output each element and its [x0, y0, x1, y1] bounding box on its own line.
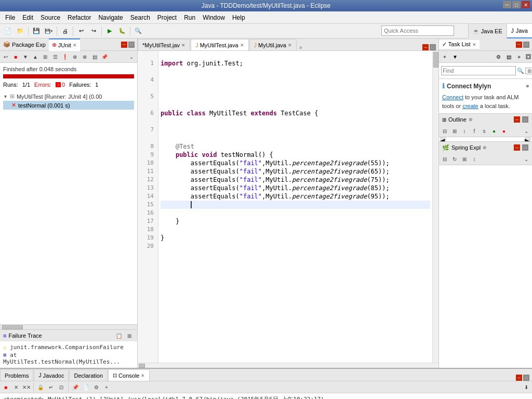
- editor-panel-close[interactable]: ─: [422, 44, 429, 50]
- undo-button[interactable]: ↩: [75, 25, 87, 37]
- task-settings[interactable]: ⚙: [494, 52, 503, 61]
- stop-button[interactable]: ■: [11, 52, 20, 61]
- outline-collapse-all[interactable]: ⊟: [440, 126, 449, 136]
- menu-window[interactable]: Window: [200, 13, 228, 22]
- editor-scroll-thumb-h[interactable]: [139, 364, 145, 368]
- print-button[interactable]: 🖨: [59, 25, 71, 37]
- junit-collapse[interactable]: ⌄: [127, 52, 136, 61]
- mylyn-connect-link[interactable]: Connect: [442, 94, 463, 100]
- task-find-icon[interactable]: 🔍: [516, 68, 525, 74]
- tab-javadoc[interactable]: J Javadoc: [34, 369, 69, 381]
- console-new[interactable]: +: [102, 382, 111, 392]
- junit-layout[interactable]: ▤: [90, 52, 99, 61]
- task-minimize-icon[interactable]: ▼: [526, 54, 531, 59]
- outline-scroll-right[interactable]: ▶: [525, 137, 531, 141]
- menu-run[interactable]: Run: [181, 13, 198, 22]
- task-find-input[interactable]: [441, 66, 516, 75]
- editor-scrollbar-v[interactable]: [432, 51, 438, 363]
- open-button[interactable]: 📁: [15, 25, 26, 37]
- redo-button[interactable]: ↪: [88, 25, 99, 37]
- search-button[interactable]: 🔍: [132, 25, 144, 37]
- junit-settings[interactable]: ⊗: [80, 52, 89, 61]
- left-panel-max[interactable]: □: [128, 42, 135, 48]
- active-tab-close[interactable]: ✕: [240, 43, 244, 48]
- scroll-thumb-left[interactable]: [2, 325, 23, 329]
- task-new[interactable]: +: [440, 52, 449, 61]
- save-all-button[interactable]: 💾+: [43, 25, 55, 37]
- console-pin[interactable]: 📌: [71, 382, 80, 392]
- spring-filter[interactable]: ⊞: [460, 154, 469, 164]
- spring-collapse[interactable]: ⊟: [440, 154, 449, 164]
- spring-max[interactable]: □: [522, 144, 528, 151]
- history-button[interactable]: ☰: [50, 52, 60, 61]
- test-case-row[interactable]: ✕ testNormal (0.001 s): [3, 101, 134, 110]
- console-word-wrap[interactable]: ↵: [46, 382, 56, 392]
- left-scrollbar-h[interactable]: [0, 324, 137, 329]
- console-show-console[interactable]: ⊡: [57, 382, 66, 392]
- new-button[interactable]: 📄: [2, 25, 14, 37]
- tab-myutiltest-active[interactable]: J MyUtilTest.java ✕: [191, 39, 248, 50]
- outline-filter-static[interactable]: s: [480, 126, 489, 136]
- maximize-button[interactable]: □: [512, 1, 521, 8]
- tab-overflow[interactable]: »: [297, 45, 304, 50]
- outline-max[interactable]: □: [522, 116, 528, 123]
- menu-navigate[interactable]: Navigate: [95, 13, 126, 22]
- test-suite-row[interactable]: ▼ ⊞ MyUtilTest [Runner: JUnit 4] (0.00: [3, 92, 134, 101]
- task-filter-all[interactable]: ⊞: [525, 68, 532, 74]
- task-dropdown[interactable]: ▼: [450, 52, 460, 61]
- prev-fail-button[interactable]: ▲: [31, 52, 40, 61]
- editor-scroll-thumb-v[interactable]: [433, 52, 438, 68]
- tab-problems[interactable]: Problems: [0, 369, 33, 381]
- save-button[interactable]: 💾: [31, 25, 42, 37]
- modified-tab-close[interactable]: ✕: [181, 43, 185, 48]
- menu-file[interactable]: File: [2, 13, 18, 22]
- failure-copy[interactable]: 📋: [114, 331, 124, 340]
- show-only-failures[interactable]: ❗: [60, 52, 70, 61]
- code-editor[interactable]: import org.junit.Test; public class MyUt…: [158, 51, 432, 363]
- junit-tab-close[interactable]: ✕: [73, 43, 77, 48]
- failure-filter[interactable]: ⊞: [125, 331, 134, 340]
- bottom-panel-close[interactable]: ─: [516, 375, 522, 381]
- tab-task-list[interactable]: ✓ Task List ✕: [439, 40, 480, 49]
- tab-console[interactable]: ⊡ Console ✕: [108, 369, 150, 381]
- next-fail-button[interactable]: ▼: [21, 52, 30, 61]
- outline-filter-fields[interactable]: f: [470, 126, 479, 136]
- editor-scrollbar-h[interactable]: [138, 363, 438, 368]
- run-button[interactable]: ▶: [104, 25, 115, 37]
- perspective-java-ee[interactable]: ☕ Java EE: [468, 24, 507, 38]
- filter-button[interactable]: ⊞: [41, 52, 50, 61]
- console-remove-all[interactable]: ✕✕: [22, 382, 31, 392]
- spring-sort[interactable]: ↕: [470, 154, 479, 164]
- tab-package-explorer[interactable]: 📦 Package Exp: [0, 38, 49, 51]
- right-panel-close[interactable]: ─: [516, 42, 522, 48]
- menu-refactor[interactable]: Refactor: [64, 13, 94, 22]
- mylyn-create-link[interactable]: create: [462, 103, 478, 109]
- tab-myutiltest-modified[interactable]: *MyUtilTest.jav ✕: [138, 39, 190, 50]
- menu-project[interactable]: Project: [154, 13, 180, 22]
- console-scroll-lock[interactable]: 🔒: [36, 382, 45, 392]
- bottom-panel-max[interactable]: □: [523, 375, 529, 381]
- outline-red[interactable]: ●: [499, 126, 509, 136]
- spring-close[interactable]: ─: [514, 144, 520, 151]
- junit-pin[interactable]: 📌: [100, 52, 109, 61]
- tab-declaration[interactable]: Declaration: [69, 369, 108, 381]
- tab-junit[interactable]: ⊕ JUnit ✕: [49, 38, 80, 51]
- quick-access-input[interactable]: [381, 25, 454, 36]
- outline-more[interactable]: ⌄: [522, 126, 531, 136]
- console-terminate[interactable]: ■: [1, 382, 10, 392]
- spring-more[interactable]: ⌄: [522, 154, 531, 164]
- console-tab-close[interactable]: ✕: [141, 373, 145, 378]
- rerun-button[interactable]: ↩: [1, 52, 10, 61]
- console-open-file[interactable]: 📄: [81, 382, 90, 392]
- perspective-java[interactable]: J Java: [507, 24, 532, 38]
- close-button[interactable]: ✕: [522, 1, 530, 8]
- console-scroll-end[interactable]: ⬇: [522, 382, 531, 392]
- minimize-button[interactable]: ─: [503, 1, 511, 8]
- console-settings[interactable]: ⚙: [91, 382, 101, 392]
- outline-sort[interactable]: ↕: [460, 126, 469, 136]
- menu-source[interactable]: Source: [37, 13, 63, 22]
- junit-more[interactable]: ⊕: [70, 52, 79, 61]
- outline-green[interactable]: ●: [489, 126, 499, 136]
- left-panel-close[interactable]: ─: [121, 42, 127, 48]
- spring-refresh[interactable]: ↻: [450, 154, 459, 164]
